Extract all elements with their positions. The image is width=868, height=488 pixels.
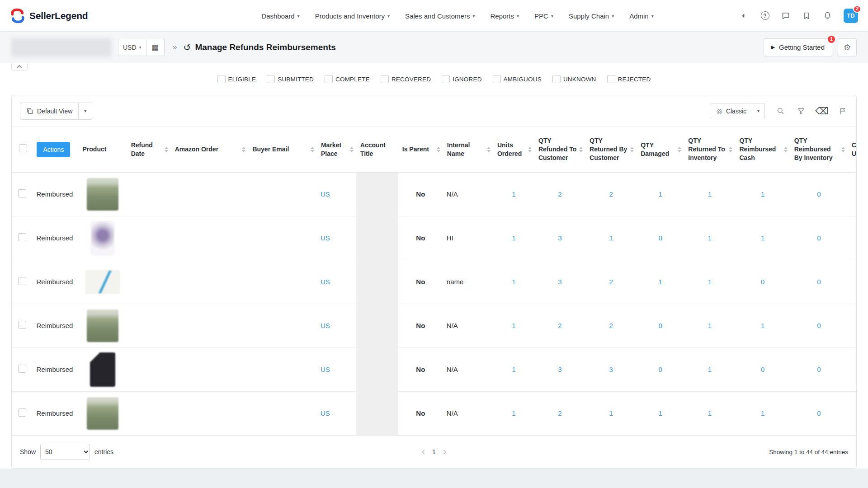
qty-reimbursed-by-inventory-link[interactable]: 0 (817, 409, 821, 417)
qty-refunded-to-customer-link[interactable]: 2 (558, 322, 561, 329)
sort-icon[interactable] (242, 147, 245, 152)
actions-button[interactable]: Actions (37, 142, 70, 157)
status-filter[interactable]: RECOVERED (381, 75, 431, 83)
nav-item[interactable]: Sales and Customers (405, 12, 475, 20)
page-size-select[interactable]: 50 (40, 444, 90, 460)
notifications-icon[interactable] (823, 11, 832, 20)
qty-reimbursed-by-inventory-link[interactable]: 0 (817, 366, 821, 373)
clear-filters-icon[interactable] (816, 106, 827, 117)
units-ordered-link[interactable]: 1 (512, 278, 515, 286)
row-checkbox[interactable] (18, 408, 26, 417)
sort-icon[interactable] (350, 147, 354, 152)
units-ordered-link[interactable]: 1 (512, 409, 515, 417)
table-scroll-area[interactable]: Actions Product (12, 127, 856, 436)
qty-reimbursed-by-inventory-link[interactable]: 0 (817, 322, 821, 329)
qty-returned-by-customer-link[interactable]: 3 (609, 366, 613, 373)
status-filter-checkbox[interactable] (325, 75, 333, 83)
qty-returned-to-inventory-link[interactable]: 1 (708, 190, 712, 198)
status-filter-checkbox[interactable] (217, 75, 226, 83)
qty-damaged-link[interactable]: 0 (659, 234, 662, 242)
sort-icon[interactable] (311, 147, 314, 152)
nav-item[interactable]: Admin (629, 12, 654, 20)
qty-reimbursed-by-inventory-link[interactable]: 0 (817, 234, 821, 242)
qty-returned-by-customer-link[interactable]: 2 (609, 322, 613, 329)
product-image[interactable] (87, 178, 118, 211)
row-checkbox[interactable] (18, 321, 26, 329)
marketplace-link[interactable]: US (321, 190, 330, 198)
status-filter-checkbox[interactable] (607, 75, 615, 83)
qty-returned-by-customer-link[interactable]: 2 (609, 190, 613, 198)
sort-icon[interactable] (630, 147, 634, 152)
qty-returned-by-customer-link[interactable]: 1 (609, 234, 613, 242)
qty-damaged-link[interactable]: 0 (659, 322, 662, 329)
sort-icon[interactable] (528, 147, 532, 152)
marketplace-link[interactable]: US (321, 278, 330, 286)
nav-item[interactable]: Dashboard (261, 12, 299, 20)
view-dropdown-caret[interactable] (79, 103, 92, 120)
product-image[interactable] (87, 397, 118, 430)
account-selector[interactable] (11, 38, 112, 57)
row-checkbox[interactable] (18, 277, 26, 285)
previous-page-icon[interactable] (422, 447, 425, 457)
qty-damaged-link[interactable]: 0 (659, 366, 662, 373)
next-page-icon[interactable] (443, 447, 446, 457)
qty-reimbursed-cash-link[interactable]: 0 (761, 366, 764, 373)
search-icon[interactable] (775, 106, 786, 117)
bookmark-icon[interactable] (802, 11, 811, 20)
qty-reimbursed-by-inventory-link[interactable]: 0 (817, 190, 821, 198)
status-filter[interactable]: IGNORED (442, 75, 481, 83)
nav-item[interactable]: Reports (490, 12, 519, 20)
status-filter-checkbox[interactable] (442, 75, 450, 83)
qty-returned-to-inventory-link[interactable]: 1 (708, 322, 712, 329)
status-filter-checkbox[interactable] (552, 75, 561, 83)
nav-item[interactable]: Supply Chain (569, 12, 614, 20)
marketplace-link[interactable]: US (321, 366, 330, 373)
theme-contrast-icon[interactable] (740, 11, 749, 20)
row-checkbox[interactable] (18, 189, 26, 197)
collapse-header-button[interactable] (11, 63, 28, 71)
sort-icon[interactable] (165, 147, 168, 152)
sort-icon[interactable] (841, 147, 845, 152)
qty-reimbursed-cash-link[interactable]: 1 (761, 234, 764, 242)
save-view-icon[interactable] (837, 106, 848, 117)
sort-icon[interactable] (729, 147, 732, 152)
calculator-icon[interactable] (146, 39, 165, 56)
chat-icon[interactable] (781, 11, 790, 20)
product-image[interactable] (90, 352, 115, 387)
gear-icon[interactable] (838, 38, 857, 56)
sort-icon[interactable] (678, 147, 681, 152)
qty-returned-by-customer-link[interactable]: 1 (609, 409, 613, 417)
qty-returned-to-inventory-link[interactable]: 1 (708, 278, 712, 286)
status-filter[interactable]: SUBMITTED (267, 75, 314, 83)
qty-reimbursed-by-inventory-link[interactable]: 0 (817, 278, 821, 286)
qty-returned-by-customer-link[interactable]: 2 (609, 278, 613, 286)
classic-theme-button[interactable]: Classic (711, 103, 752, 119)
default-view-button[interactable]: Default View (20, 103, 79, 120)
select-all-checkbox[interactable] (19, 144, 27, 152)
qty-returned-to-inventory-link[interactable]: 1 (708, 234, 712, 242)
product-image[interactable] (87, 310, 118, 342)
status-filter-checkbox[interactable] (493, 75, 501, 83)
product-image[interactable] (85, 270, 120, 294)
sort-icon[interactable] (784, 147, 788, 152)
qty-damaged-link[interactable]: 1 (659, 190, 662, 198)
sort-icon[interactable] (487, 147, 491, 152)
qty-reimbursed-cash-link[interactable]: 1 (761, 322, 764, 329)
help-icon[interactable] (760, 11, 769, 20)
user-avatar[interactable]: TD 2 (844, 9, 858, 23)
status-filter-checkbox[interactable] (267, 75, 275, 83)
qty-refunded-to-customer-link[interactable]: 2 (558, 190, 561, 198)
qty-returned-to-inventory-link[interactable]: 1 (708, 409, 712, 417)
qty-refunded-to-customer-link[interactable]: 2 (558, 409, 561, 417)
row-checkbox[interactable] (18, 233, 26, 241)
marketplace-link[interactable]: US (321, 322, 330, 329)
nav-item[interactable]: PPC (534, 12, 553, 20)
marketplace-link[interactable]: US (321, 234, 330, 242)
qty-returned-to-inventory-link[interactable]: 1 (708, 366, 712, 373)
status-filter[interactable]: COMPLETE (325, 75, 370, 83)
classic-dropdown-caret[interactable] (752, 103, 765, 119)
qty-reimbursed-cash-link[interactable]: 1 (761, 190, 764, 198)
current-page[interactable]: 1 (432, 448, 436, 455)
units-ordered-link[interactable]: 1 (512, 190, 515, 198)
qty-refunded-to-customer-link[interactable]: 3 (558, 278, 561, 286)
